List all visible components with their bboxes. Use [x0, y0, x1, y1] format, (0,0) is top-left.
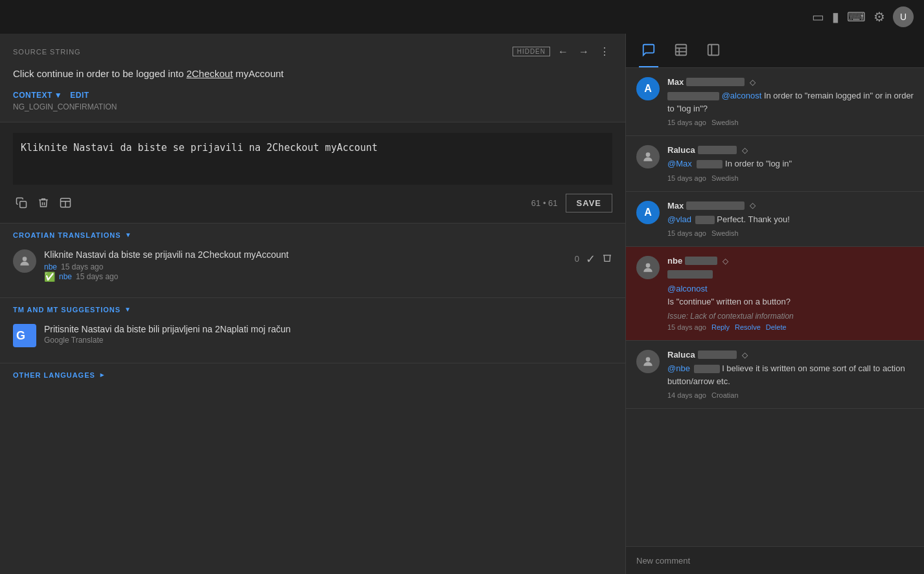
text-blur-3 [695, 216, 715, 224]
comments-list: A Max ◇ @alconost In order to "remain lo… [626, 68, 924, 546]
translation-controls: 0 ✓ [575, 249, 612, 266]
mention-3: @vlad [667, 214, 691, 224]
tab-history[interactable] [671, 34, 691, 67]
prev-button[interactable]: ← [555, 45, 571, 59]
google-translate-icon: G [13, 324, 36, 347]
text-blur-4 [667, 270, 713, 279]
hidden-badge: HIDDEN [513, 47, 550, 56]
edit-link[interactable]: EDIT [70, 91, 89, 100]
context-link[interactable]: CONTEXT ▼ [13, 91, 62, 100]
comment-footer-4: 15 days ago Reply Resolve Delete [667, 323, 914, 331]
translation-approver-meta: ✅ nbe 15 days ago [44, 271, 567, 282]
comment-avatar-1: A [636, 77, 660, 100]
delete-button[interactable] [35, 196, 52, 210]
verified-icon-5: ◇ [742, 350, 748, 360]
username-blur-2 [698, 146, 737, 154]
verified-icon-1: ◇ [750, 78, 756, 87]
settings-icon[interactable]: ⚙ [873, 9, 885, 25]
tm-button[interactable] [57, 196, 74, 210]
verified-icon-2: ◇ [742, 146, 748, 155]
context-value: NG_LOGIN_CONFIRMATION [13, 102, 612, 111]
comment-avatar-2 [636, 145, 660, 168]
other-languages-header[interactable]: OTHER LANGUAGES ► [0, 363, 625, 384]
more-options-button[interactable]: ⋮ [597, 44, 612, 59]
translation-input[interactable]: Kliknite Nastavi da biste se prijavili n… [13, 133, 612, 185]
comment-username-3: Max [667, 201, 745, 211]
username-blur [686, 78, 745, 86]
source-section: SOURCE STRING HIDDEN ← → ⋮ Click continu… [0, 34, 625, 122]
comment-header-2: Raluca ◇ [667, 145, 914, 155]
avatar[interactable]: U [893, 6, 914, 27]
approver-link[interactable]: nbe [59, 272, 72, 281]
remove-button[interactable] [602, 253, 612, 265]
reply-button[interactable]: Reply [711, 323, 730, 331]
delete-comment-button[interactable]: Delete [766, 323, 787, 331]
tm-section-wrapper: TM AND MT SUGGESTIONS ▼ G Pritisnite Nas… [0, 298, 625, 363]
comment-footer-2: 15 days ago Swedish [667, 174, 914, 182]
svg-point-4 [23, 257, 27, 261]
approve-button[interactable]: ✓ [586, 252, 595, 266]
next-button[interactable]: → [576, 45, 592, 59]
username-blur-4 [685, 257, 717, 265]
comment-avatar-5 [636, 350, 660, 373]
comment-time-5: 14 days ago [667, 391, 706, 399]
resolve-button[interactable]: Resolve [735, 323, 761, 331]
context-row: CONTEXT ▼ EDIT [13, 91, 612, 100]
submitter-link[interactable]: nbe [44, 262, 57, 271]
mention-5: @nbe [667, 363, 690, 373]
translation-area: Kliknite Nastavi da biste se prijavili n… [0, 122, 625, 224]
comment-avatar-3: A [636, 201, 660, 224]
context-chevron-icon: ▼ [54, 91, 62, 100]
comment-time-2: 15 days ago [667, 174, 706, 182]
other-languages-chevron-icon: ► [99, 371, 106, 378]
text-blur-2 [697, 160, 722, 168]
comment-text-4: @alconost Is "continue" written on a but… [667, 282, 914, 308]
comment-footer-3: 15 days ago Swedish [667, 229, 914, 237]
translation-toolbar: 61 • 61 SAVE [13, 194, 612, 212]
keyboard-icon[interactable]: ⌨ [847, 9, 866, 25]
croatian-chevron-icon: ▼ [125, 231, 132, 238]
comment-tabs [626, 34, 924, 68]
svg-point-13 [646, 152, 651, 157]
comment-body-5: Raluca ◇ @nbe I believe it is written on… [667, 350, 914, 399]
comment-text-3: @vlad Perfect. Thank you! [667, 213, 914, 226]
tab-other[interactable] [704, 34, 723, 67]
mention-2: @Max [667, 159, 692, 168]
comment-header-1: Max ◇ [667, 77, 914, 87]
text-blur-5 [694, 365, 720, 373]
mt-text: Pritisnite Nastavi da biste bili prijavl… [44, 324, 291, 334]
translation-submitter-meta: nbe 15 days ago [44, 262, 567, 271]
comment-footer-1: 15 days ago Swedish [667, 119, 914, 126]
comment-username-2: Raluca [667, 145, 737, 155]
right-panel: A Max ◇ @alconost In order to "remain lo… [626, 34, 924, 574]
comment-body-1: Max ◇ @alconost In order to "remain logg… [667, 77, 914, 126]
tm-section: G Pritisnite Nastavi da biste bili prija… [0, 319, 625, 363]
comment-language-3: Swedish [711, 229, 739, 237]
save-button[interactable]: SAVE [566, 194, 612, 212]
croatian-section-wrapper: CROATIAN TRANSLATIONS ▼ Kliknite Nastavi… [0, 224, 625, 298]
translation-item: Kliknite Nastavi da biste se prijavili n… [13, 244, 612, 287]
comment-item: A Max ◇ @alconost In order to "remain lo… [626, 68, 924, 136]
translation-text: Kliknite Nastavi da biste se prijavili n… [44, 249, 567, 260]
comment-item-5: Raluca ◇ @nbe I believe it is written on… [626, 341, 924, 409]
verified-icon-3: ◇ [750, 201, 756, 210]
comment-language-5: Croatian [711, 391, 739, 399]
comment-header-4: nbe ◇ [667, 256, 914, 266]
mt-item: G Pritisnite Nastavi da biste bili prija… [13, 319, 612, 352]
comment-language-1: Swedish [711, 119, 739, 126]
comment-item-3: A Max ◇ @vlad Perfect. Thank you! [626, 192, 924, 247]
layout-1-icon[interactable]: ▭ [812, 9, 824, 25]
layout-2-icon[interactable]: ▮ [832, 9, 839, 25]
left-panel: SOURCE STRING HIDDEN ← → ⋮ Click continu… [0, 34, 626, 574]
copy-button[interactable] [13, 196, 30, 210]
croatian-section-header[interactable]: CROATIAN TRANSLATIONS ▼ [0, 224, 625, 244]
source-label-row: SOURCE STRING HIDDEN ← → ⋮ [13, 44, 612, 59]
tab-comments[interactable] [639, 34, 658, 67]
tm-section-header[interactable]: TM AND MT SUGGESTIONS ▼ [0, 298, 625, 319]
source-string-label: SOURCE STRING [13, 48, 81, 56]
comment-text-5: @nbe I believe it is written on some sor… [667, 362, 914, 387]
new-comment-label[interactable]: New comment [636, 556, 690, 566]
translation-actions [13, 196, 74, 210]
comment-text-1: @alconost In order to "remain logged in"… [667, 89, 914, 115]
new-comment-area: New comment [626, 546, 924, 574]
